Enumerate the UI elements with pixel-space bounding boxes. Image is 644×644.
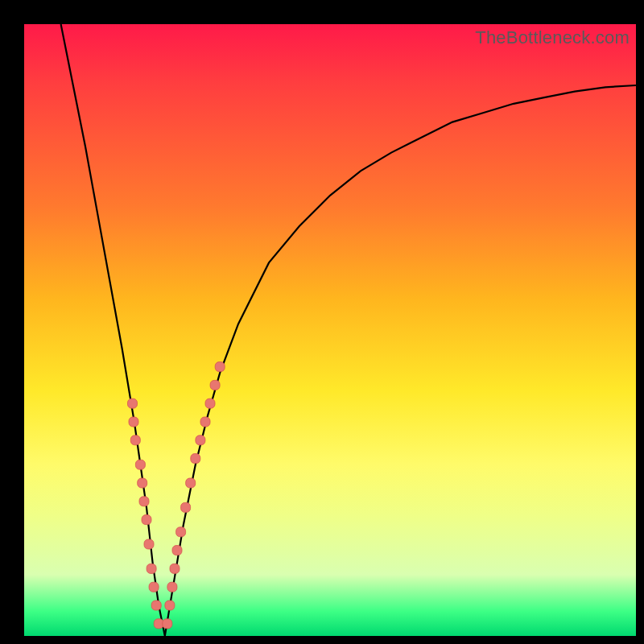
marker-dot bbox=[135, 460, 145, 469]
marker-dot bbox=[200, 417, 210, 427]
marker-dot bbox=[176, 527, 186, 537]
marker-dot bbox=[196, 436, 205, 445]
marker-dot bbox=[142, 515, 151, 525]
marker-dot bbox=[172, 546, 182, 555]
marker-dot bbox=[210, 380, 220, 390]
marker-dot bbox=[163, 619, 172, 629]
marker-dot bbox=[144, 539, 154, 549]
markers-right bbox=[163, 362, 225, 629]
marker-dot bbox=[191, 454, 200, 464]
marker-dot bbox=[215, 362, 225, 372]
marker-dot bbox=[151, 601, 161, 610]
marker-dot bbox=[167, 582, 177, 592]
curve-svg bbox=[24, 24, 636, 636]
marker-dot bbox=[128, 398, 138, 408]
marker-dot bbox=[205, 398, 215, 408]
marker-dot bbox=[165, 601, 175, 610]
marker-dot bbox=[186, 478, 196, 488]
plot-area: TheBottleneck.com bbox=[24, 24, 636, 636]
chart-frame: TheBottleneck.com bbox=[0, 0, 644, 644]
marker-dot bbox=[149, 582, 159, 592]
markers-left bbox=[128, 398, 164, 629]
marker-dot bbox=[181, 502, 191, 512]
marker-dot bbox=[154, 619, 163, 629]
marker-dot bbox=[138, 478, 147, 488]
marker-dot bbox=[139, 497, 149, 506]
marker-dot bbox=[170, 564, 180, 573]
marker-dot bbox=[129, 417, 138, 427]
marker-dot bbox=[130, 436, 140, 445]
marker-dot bbox=[147, 564, 156, 573]
